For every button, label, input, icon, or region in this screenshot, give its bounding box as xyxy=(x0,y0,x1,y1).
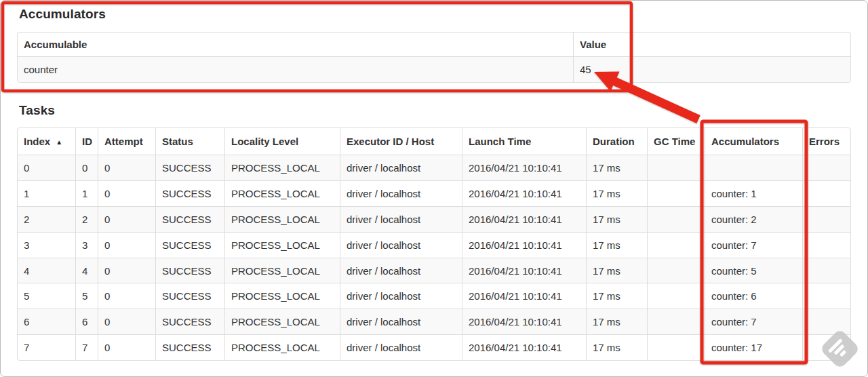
task-cell-duration: 17 ms xyxy=(586,283,647,309)
header-label: Locality Level xyxy=(231,136,298,147)
task-cell-id: 3 xyxy=(75,232,98,258)
task-cell-locality-level: PROCESS_LOCAL xyxy=(224,258,340,283)
task-cell-errors xyxy=(802,155,850,180)
task-row-4: 440SUCCESSPROCESS_LOCALdriver / localhos… xyxy=(18,258,850,283)
task-cell-status: SUCCESS xyxy=(155,206,224,232)
task-cell-executor-id-host: driver / localhost xyxy=(340,334,462,360)
accumulable-row-counter: counter 45 xyxy=(18,56,850,82)
tasks-col-header-executor-id-host[interactable]: Executor ID / Host xyxy=(340,128,462,155)
task-cell-duration: 17 ms xyxy=(586,232,647,258)
spark-stage-page: Accumulators Accumulable Value counter 4… xyxy=(0,0,868,377)
sort-ascending-icon: ▲ xyxy=(56,138,62,146)
task-row-3: 330SUCCESSPROCESS_LOCALdriver / localhos… xyxy=(18,232,850,258)
accumulable-value-cell: 45 xyxy=(573,56,850,82)
task-cell-index: 0 xyxy=(18,155,75,180)
accumulable-name-cell: counter xyxy=(18,56,573,82)
task-cell-index: 5 xyxy=(18,283,75,309)
task-cell-status: SUCCESS xyxy=(155,334,224,360)
task-cell-errors xyxy=(802,180,850,206)
tasks-col-header-locality-level[interactable]: Locality Level xyxy=(224,128,340,155)
task-cell-duration: 17 ms xyxy=(586,206,647,232)
col-header-accumulable: Accumulable xyxy=(18,33,573,56)
task-cell-accumulators: counter: 7 xyxy=(705,232,802,258)
tasks-col-header-index[interactable]: Index▲ xyxy=(18,128,75,155)
task-cell-gc-time xyxy=(647,232,705,258)
task-cell-executor-id-host: driver / localhost xyxy=(340,258,462,283)
tasks-col-header-gc-time[interactable]: GC Time xyxy=(647,128,705,155)
task-cell-index: 2 xyxy=(18,206,75,232)
task-cell-attempt: 0 xyxy=(98,180,155,206)
task-cell-attempt: 0 xyxy=(98,206,155,232)
task-cell-locality-level: PROCESS_LOCAL xyxy=(224,232,340,258)
header-label: Launch Time xyxy=(469,136,531,147)
task-cell-duration: 17 ms xyxy=(586,258,647,283)
tasks-col-header-accumulators[interactable]: Accumulators xyxy=(705,128,802,155)
task-cell-attempt: 0 xyxy=(98,232,155,258)
task-cell-errors xyxy=(802,309,850,334)
task-cell-gc-time xyxy=(647,258,705,283)
task-cell-errors xyxy=(802,232,850,258)
task-cell-index: 4 xyxy=(18,258,75,283)
tasks-header-row: Index▲IDAttemptStatusLocality LevelExecu… xyxy=(18,128,850,155)
task-cell-id: 7 xyxy=(75,334,98,360)
header-label: Executor ID / Host xyxy=(347,136,434,147)
task-cell-launch-time: 2016/04/21 10:10:41 xyxy=(462,334,586,360)
header-label: Duration xyxy=(593,136,635,147)
task-cell-executor-id-host: driver / localhost xyxy=(340,206,462,232)
tasks-heading: Tasks xyxy=(19,102,55,118)
task-cell-index: 7 xyxy=(18,334,75,360)
col-header-value: Value xyxy=(573,33,850,56)
task-cell-gc-time xyxy=(647,206,705,232)
task-cell-duration: 17 ms xyxy=(586,155,647,180)
task-cell-launch-time: 2016/04/21 10:10:41 xyxy=(462,283,586,309)
tasks-col-header-launch-time[interactable]: Launch Time xyxy=(462,128,586,155)
task-cell-errors xyxy=(802,206,850,232)
tasks-col-header-id[interactable]: ID xyxy=(75,128,98,155)
task-cell-attempt: 0 xyxy=(98,155,155,180)
task-cell-locality-level: PROCESS_LOCAL xyxy=(224,180,340,206)
task-row-5: 550SUCCESSPROCESS_LOCALdriver / localhos… xyxy=(18,283,850,309)
task-cell-locality-level: PROCESS_LOCAL xyxy=(224,206,340,232)
task-cell-id: 1 xyxy=(75,180,98,206)
task-cell-duration: 17 ms xyxy=(586,180,647,206)
tasks-col-header-attempt[interactable]: Attempt xyxy=(98,128,155,155)
task-row-6: 660SUCCESSPROCESS_LOCALdriver / localhos… xyxy=(18,309,850,334)
task-cell-executor-id-host: driver / localhost xyxy=(340,283,462,309)
header-label: ID xyxy=(82,136,92,147)
task-cell-executor-id-host: driver / localhost xyxy=(340,309,462,334)
task-cell-accumulators: counter: 17 xyxy=(705,334,802,360)
task-cell-gc-time xyxy=(647,180,705,206)
tasks-col-header-status[interactable]: Status xyxy=(155,128,224,155)
task-row-0: 000SUCCESSPROCESS_LOCALdriver / localhos… xyxy=(18,155,850,180)
task-cell-executor-id-host: driver / localhost xyxy=(340,232,462,258)
task-cell-locality-level: PROCESS_LOCAL xyxy=(224,283,340,309)
task-cell-duration: 17 ms xyxy=(586,309,647,334)
accumulable-table: Accumulable Value counter 45 xyxy=(17,32,851,83)
task-cell-accumulators: counter: 1 xyxy=(705,180,802,206)
task-cell-locality-level: PROCESS_LOCAL xyxy=(224,309,340,334)
task-cell-launch-time: 2016/04/21 10:10:41 xyxy=(462,258,586,283)
header-label: Status xyxy=(162,136,193,147)
task-cell-id: 0 xyxy=(75,155,98,180)
header-label: Attempt xyxy=(104,136,143,147)
task-cell-index: 1 xyxy=(18,180,75,206)
task-cell-accumulators: counter: 6 xyxy=(705,283,802,309)
task-cell-accumulators: counter: 7 xyxy=(705,309,802,334)
tasks-table: Index▲IDAttemptStatusLocality LevelExecu… xyxy=(17,127,851,361)
task-cell-errors xyxy=(802,283,850,309)
task-cell-accumulators: counter: 5 xyxy=(705,258,802,283)
task-cell-index: 3 xyxy=(18,232,75,258)
task-cell-id: 2 xyxy=(75,206,98,232)
task-cell-gc-time xyxy=(647,309,705,334)
task-cell-locality-level: PROCESS_LOCAL xyxy=(224,155,340,180)
tasks-col-header-errors[interactable]: Errors xyxy=(802,128,850,155)
task-cell-errors xyxy=(802,258,850,283)
task-row-7: 770SUCCESSPROCESS_LOCALdriver / localhos… xyxy=(18,334,850,360)
task-cell-accumulators xyxy=(705,155,802,180)
accumulators-heading: Accumulators xyxy=(19,6,106,22)
tasks-col-header-duration[interactable]: Duration xyxy=(586,128,647,155)
task-cell-executor-id-host: driver / localhost xyxy=(340,180,462,206)
task-cell-attempt: 0 xyxy=(98,309,155,334)
task-cell-status: SUCCESS xyxy=(155,283,224,309)
header-label: Accumulators xyxy=(711,136,779,147)
